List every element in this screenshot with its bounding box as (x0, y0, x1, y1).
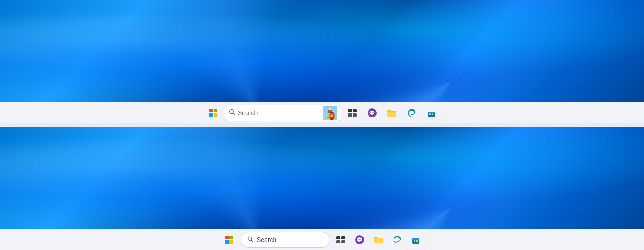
svg-rect-36 (412, 238, 419, 240)
store-button-top[interactable] (423, 104, 440, 121)
svg-rect-2 (209, 113, 213, 117)
desktop-wallpaper-top (0, 0, 644, 102)
taskbar-bottom: Search 💬 (0, 229, 644, 250)
svg-rect-31 (336, 240, 340, 243)
task-view-button-bottom[interactable] (333, 232, 349, 248)
windows-logo-top (209, 109, 217, 117)
search-text-top: Search (238, 109, 320, 117)
screen: Search (0, 0, 644, 250)
svg-line-28 (251, 240, 253, 242)
svg-rect-25 (225, 240, 229, 244)
start-button-top[interactable] (204, 104, 222, 122)
svg-rect-16 (353, 113, 357, 117)
svg-rect-0 (209, 109, 213, 112)
svg-rect-13 (348, 109, 352, 112)
top-half: Search (0, 0, 644, 123)
svg-rect-29 (336, 236, 340, 239)
svg-line-5 (233, 113, 235, 115)
svg-rect-38 (416, 240, 418, 242)
svg-rect-21 (429, 113, 431, 115)
svg-rect-30 (341, 236, 345, 239)
svg-rect-3 (214, 113, 217, 117)
separator (0, 123, 644, 127)
task-view-button-top[interactable] (344, 104, 361, 121)
search-icon-bottom (247, 236, 253, 243)
svg-rect-26 (229, 240, 233, 244)
svg-rect-14 (353, 109, 357, 112)
search-text-bottom: Search (257, 236, 276, 243)
svg-rect-15 (348, 113, 352, 117)
store-button-bottom[interactable] (408, 232, 424, 248)
bottom-half: Search 💬 (0, 127, 644, 250)
taskbar-top: Search (0, 102, 644, 123)
svg-rect-22 (432, 113, 433, 115)
desktop-wallpaper-bottom (0, 127, 644, 229)
svg-rect-12 (327, 117, 333, 118)
svg-rect-20 (428, 112, 435, 113)
edge-button-bottom[interactable] (389, 232, 405, 248)
edge-button-top[interactable] (403, 104, 420, 121)
start-button-bottom[interactable] (220, 231, 238, 249)
svg-rect-23 (225, 236, 229, 239)
svg-text:💬: 💬 (356, 237, 363, 243)
svg-rect-32 (341, 240, 345, 243)
chat-button-top[interactable]: 💬 (364, 104, 381, 121)
search-bar-top[interactable]: Search (225, 105, 341, 121)
svg-rect-1 (214, 109, 217, 112)
svg-rect-24 (229, 236, 233, 239)
search-icon-top (229, 109, 235, 117)
svg-rect-37 (414, 240, 415, 242)
svg-rect-8 (328, 110, 332, 112)
file-explorer-button-bottom[interactable] (370, 232, 386, 248)
svg-rect-6 (323, 106, 337, 120)
search-bar-bottom[interactable]: Search (241, 232, 330, 248)
svg-rect-9 (328, 112, 332, 113)
svg-point-11 (329, 108, 331, 110)
svg-text:💬: 💬 (369, 110, 375, 116)
bing-image-top (323, 106, 337, 120)
windows-logo-bottom (225, 236, 233, 244)
file-explorer-button-top[interactable] (383, 104, 400, 121)
chat-button-bottom[interactable]: 💬 (352, 232, 368, 248)
